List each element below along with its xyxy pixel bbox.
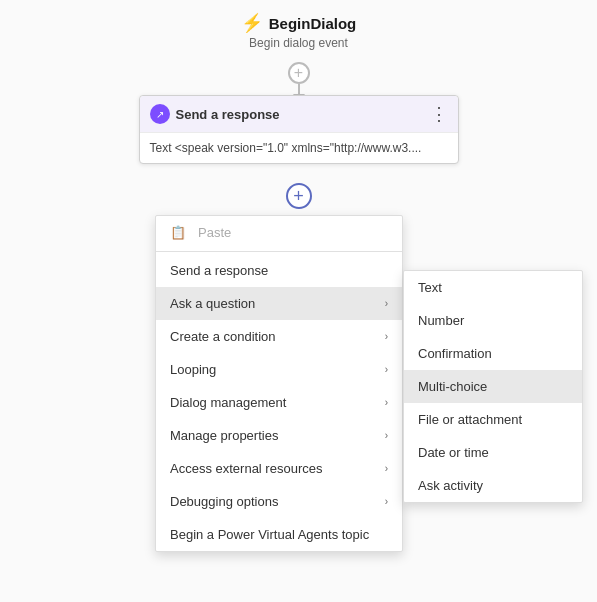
- send-icon: ↗: [150, 104, 170, 124]
- create-condition-chevron: ›: [385, 331, 388, 342]
- manage-properties-chevron: ›: [385, 430, 388, 441]
- looping-label: Looping: [170, 362, 216, 377]
- response-card-header-left: ↗ Send a response: [150, 104, 280, 124]
- response-card-body: Text <speak version="1.0" xmlns="http://…: [140, 133, 458, 163]
- submenu-item-confirmation[interactable]: Confirmation: [404, 337, 582, 370]
- create-condition-label: Create a condition: [170, 329, 276, 344]
- menu-item-manage-properties[interactable]: Manage properties ›: [156, 419, 402, 452]
- submenu-ask-activity-label: Ask activity: [418, 478, 483, 493]
- dialog-management-label: Dialog management: [170, 395, 286, 410]
- menu-item-create-condition[interactable]: Create a condition ›: [156, 320, 402, 353]
- submenu-item-multi-choice[interactable]: Multi-choice: [404, 370, 582, 403]
- submenu-file-attachment-label: File or attachment: [418, 412, 522, 427]
- response-card-menu-button[interactable]: ⋮: [430, 105, 448, 123]
- submenu-item-date-time[interactable]: Date or time: [404, 436, 582, 469]
- submenu-date-time-label: Date or time: [418, 445, 489, 460]
- send-icon-symbol: ↗: [156, 109, 164, 120]
- access-external-label: Access external resources: [170, 461, 322, 476]
- menu-item-begin-pva[interactable]: Begin a Power Virtual Agents topic: [156, 518, 402, 551]
- submenu-text-label: Text: [418, 280, 442, 295]
- canvas: ⚡ BeginDialog Begin dialog event + ↗ Sen…: [0, 0, 597, 602]
- response-card: ↗ Send a response ⋮ Text <speak version=…: [139, 95, 459, 164]
- submenu: Text Number Confirmation Multi-choice Fi…: [403, 270, 583, 503]
- debugging-label: Debugging options: [170, 494, 278, 509]
- ask-question-chevron: ›: [385, 298, 388, 309]
- submenu-item-number[interactable]: Number: [404, 304, 582, 337]
- menu-item-debugging[interactable]: Debugging options ›: [156, 485, 402, 518]
- menu-item-looping[interactable]: Looping ›: [156, 353, 402, 386]
- ask-question-label: Ask a question: [170, 296, 255, 311]
- begin-dialog-title: BeginDialog: [269, 15, 357, 32]
- send-response-label: Send a response: [170, 263, 268, 278]
- menu-item-access-external[interactable]: Access external resources ›: [156, 452, 402, 485]
- top-add-button[interactable]: +: [288, 62, 310, 84]
- submenu-confirmation-label: Confirmation: [418, 346, 492, 361]
- response-card-title: Send a response: [176, 107, 280, 122]
- looping-chevron: ›: [385, 364, 388, 375]
- connector-line: [298, 84, 300, 94]
- submenu-item-file-attachment[interactable]: File or attachment: [404, 403, 582, 436]
- begin-dialog-subtitle: Begin dialog event: [249, 36, 348, 50]
- submenu-number-label: Number: [418, 313, 464, 328]
- bolt-icon: ⚡: [241, 12, 263, 34]
- paste-icon: 📋: [170, 225, 186, 240]
- response-card-header: ↗ Send a response ⋮: [140, 96, 458, 133]
- paste-label: Paste: [198, 225, 231, 240]
- paste-menu-item[interactable]: 📋 Paste: [156, 216, 402, 249]
- context-menu: 📋 Paste Send a response Ask a question ›…: [155, 215, 403, 552]
- submenu-multi-choice-label: Multi-choice: [418, 379, 487, 394]
- debugging-chevron: ›: [385, 496, 388, 507]
- menu-item-dialog-management[interactable]: Dialog management ›: [156, 386, 402, 419]
- begin-pva-label: Begin a Power Virtual Agents topic: [170, 527, 369, 542]
- dialog-management-chevron: ›: [385, 397, 388, 408]
- menu-item-send-response[interactable]: Send a response: [156, 254, 402, 287]
- menu-divider-1: [156, 251, 402, 252]
- add-node-button[interactable]: +: [286, 183, 312, 209]
- manage-properties-label: Manage properties: [170, 428, 278, 443]
- begin-dialog-node: ⚡ BeginDialog Begin dialog event: [241, 12, 357, 50]
- submenu-item-text[interactable]: Text: [404, 271, 582, 304]
- menu-item-ask-question[interactable]: Ask a question ›: [156, 287, 402, 320]
- access-external-chevron: ›: [385, 463, 388, 474]
- submenu-item-ask-activity[interactable]: Ask activity: [404, 469, 582, 502]
